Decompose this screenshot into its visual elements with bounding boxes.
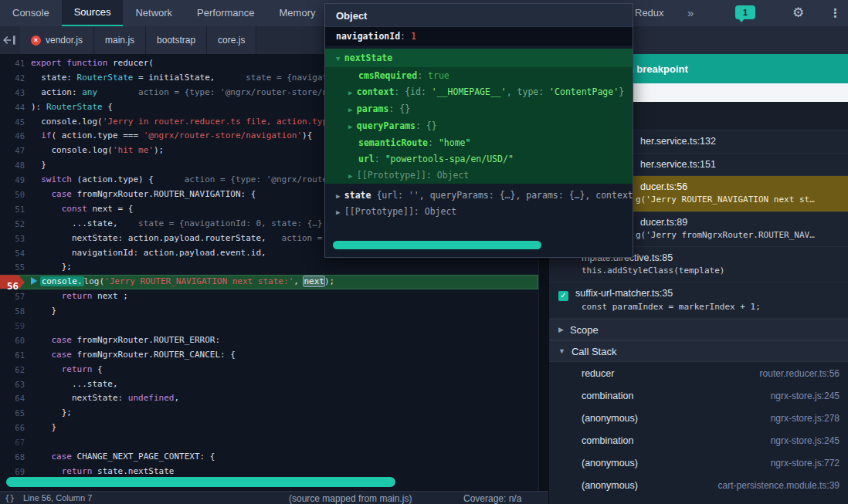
line-number[interactable]: 47 [0, 144, 31, 158]
expand-caret-icon[interactable]: ▼ [336, 55, 344, 63]
code-text[interactable]: case fromNgrxRouter.ROUTER_ERROR: [31, 333, 538, 348]
line-number[interactable]: 53 [0, 232, 31, 246]
call-stack-frame[interactable]: combinationngrx-store.js:245 [549, 384, 848, 407]
code-text[interactable]: }; [31, 406, 538, 421]
navigator-toggle-icon[interactable] [2, 33, 17, 47]
expand-caret-icon[interactable]: ▶ [348, 172, 357, 180]
gear-icon[interactable]: ⚙ [792, 0, 804, 26]
line-number[interactable]: 46 [0, 129, 31, 144]
line-number[interactable]: 48 [0, 158, 31, 173]
line-number[interactable]: 44 [0, 100, 31, 115]
popup-property-row[interactable]: ▶ state {url: '', queryParams: {…}, para… [325, 188, 633, 204]
expand-caret-icon[interactable]: ▶ [336, 192, 344, 200]
popup-property-row[interactable]: ▶ params: {} [325, 100, 633, 117]
code-text[interactable]: case fromNgrxRouter.ROUTER_CANCEL: { [31, 348, 538, 363]
file-tab-vendor-js[interactable]: ×vendor.js [20, 26, 94, 54]
file-tab-bootstrap[interactable]: bootstrap [146, 26, 207, 54]
breakpoint-entry[interactable]: ✓suffix-url-matcher.ts:35const paramInde… [549, 282, 848, 319]
code-line-66[interactable]: 66 } [0, 421, 538, 435]
code-line-59[interactable]: 59 [0, 319, 538, 333]
tab-console[interactable]: Console [0, 0, 62, 26]
code-line-61[interactable]: 61 case fromNgrxRouter.ROUTER_CANCEL: { [0, 348, 538, 363]
call-stack-frame[interactable]: reducerrouter.reducer.ts:56 [549, 362, 848, 384]
popup-property-row[interactable]: ▼ nextState [325, 49, 633, 67]
code-text[interactable]: } [31, 421, 538, 435]
line-number[interactable]: 56 [0, 275, 25, 289]
popup-property-row[interactable]: ▶ context: {id: '__HOMEPAGE__', type: 'C… [325, 83, 633, 100]
popup-property-row[interactable]: ▶ [[Prototype]]: Object [325, 167, 633, 184]
file-tab-core-js[interactable]: core.js [207, 26, 256, 54]
code-line-57[interactable]: 57 return next ; [0, 289, 538, 304]
popup-property-row[interactable]: cmsRequired: true [325, 67, 633, 83]
tab-performance[interactable]: Performance [185, 0, 266, 26]
line-number[interactable]: 57 [0, 289, 31, 304]
more-tabs-icon[interactable]: » [687, 0, 694, 25]
code-text[interactable]: nextState: undefined, [31, 391, 538, 406]
line-number[interactable]: 59 [0, 319, 31, 333]
code-line-68[interactable]: 68 case CHANGE_NEXT_PAGE_CONTEXT: { [0, 450, 538, 465]
code-text[interactable]: } [31, 304, 538, 319]
line-number[interactable]: 62 [0, 363, 31, 377]
line-number[interactable]: 49 [0, 173, 31, 188]
tab-memory[interactable]: Memory [267, 0, 328, 26]
popup-property-row[interactable]: ▶ [[Prototype]]: Object [325, 204, 633, 220]
code-line-67[interactable]: 67 [0, 435, 538, 450]
code-text[interactable]: case CHANGE_NEXT_PAGE_CONTEXT: { [31, 450, 538, 465]
line-number[interactable]: 43 [0, 86, 31, 100]
chevron-right-icon[interactable]: ▶ [558, 326, 564, 333]
line-number[interactable]: 42 [0, 71, 31, 86]
popup-property-row[interactable]: url: "powertools-spa/en/USD/" [325, 151, 633, 167]
tab-network[interactable]: Network [123, 0, 185, 26]
expand-caret-icon[interactable]: ▶ [348, 89, 357, 96]
code-text[interactable]: return next ; [31, 289, 538, 304]
code-text[interactable] [31, 435, 538, 450]
line-number[interactable]: 58 [0, 304, 31, 319]
line-number[interactable]: 64 [0, 391, 31, 406]
code-text[interactable]: ...state, [31, 377, 538, 392]
line-number[interactable]: 63 [0, 377, 31, 392]
kebab-menu-icon[interactable]: ⋮ [829, 0, 841, 26]
popup-property-row[interactable]: semanticRoute: "home" [325, 134, 633, 151]
expand-caret-icon[interactable]: ▶ [336, 208, 344, 216]
code-text[interactable]: return { [31, 363, 538, 377]
call-stack-frame[interactable]: (anonymous)ngrx-store.js:278 [549, 407, 848, 429]
call-stack-frame[interactable]: combinationngrx-store.js:245 [549, 429, 848, 452]
line-number[interactable]: 60 [0, 333, 31, 348]
expand-caret-icon[interactable]: ▶ [348, 123, 357, 130]
code-line-64[interactable]: 64 nextState: undefined, [0, 391, 538, 406]
tab-sources[interactable]: Sources [62, 0, 124, 26]
code-line-58[interactable]: 58 } [0, 304, 538, 319]
tab-redux[interactable]: Redux [635, 0, 664, 26]
call-stack-section-header[interactable]: ▼ Call Stack [549, 340, 848, 362]
console-messages-icon[interactable]: 1 [735, 5, 755, 19]
code-line-62[interactable]: 62 return { [0, 363, 538, 377]
code-line-65[interactable]: 65 }; [0, 406, 538, 421]
code-line-55[interactable]: 55 }; [0, 260, 538, 275]
code-line-56[interactable]: 56 console.log('Jerry ROUTER_NAVIGATION … [0, 275, 538, 289]
line-number[interactable]: 51 [0, 202, 31, 217]
line-number[interactable]: 45 [0, 115, 31, 130]
expand-caret-icon[interactable]: ▶ [348, 106, 357, 113]
line-number[interactable]: 54 [0, 246, 31, 261]
line-number[interactable]: 68 [0, 450, 31, 465]
line-number[interactable]: 65 [0, 406, 31, 421]
line-number[interactable]: 55 [0, 260, 31, 275]
line-number[interactable]: 50 [0, 188, 31, 202]
line-number[interactable]: 61 [0, 348, 31, 363]
editor-horizontal-scrollbar[interactable] [6, 477, 395, 487]
code-text[interactable]: console.log('Jerry ROUTER_NAVIGATION nex… [25, 275, 538, 289]
code-line-60[interactable]: 60 case fromNgrxRouter.ROUTER_ERROR: [0, 333, 538, 348]
format-code-icon[interactable]: {} [5, 493, 15, 503]
popup-horizontal-scrollbar[interactable] [333, 241, 541, 249]
line-number[interactable]: 67 [0, 435, 31, 450]
code-text[interactable]: }; [31, 260, 538, 275]
file-tab-main-js[interactable]: main.js [94, 26, 146, 54]
scope-section-header[interactable]: ▶ Scope [549, 319, 848, 340]
popup-property-row[interactable]: navigationId: 1 [325, 27, 633, 46]
chevron-down-icon[interactable]: ▼ [558, 347, 565, 355]
line-number[interactable]: 52 [0, 217, 31, 232]
code-line-63[interactable]: 63 ...state, [0, 377, 538, 392]
call-stack-frame[interactable]: (anonymous)ngrx-store.js:772 [549, 452, 848, 474]
breakpoint-checkbox-icon[interactable]: ✓ [558, 291, 568, 301]
line-number[interactable]: 66 [0, 421, 31, 435]
